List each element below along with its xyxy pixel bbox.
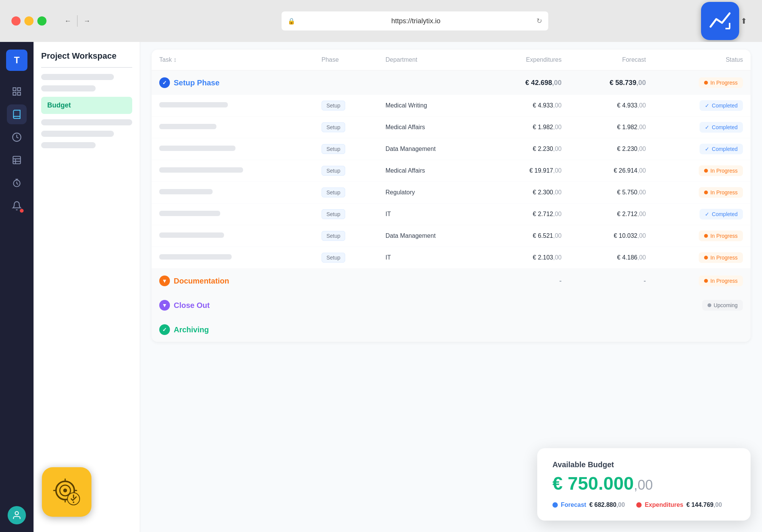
user-avatar[interactable] xyxy=(8,506,26,524)
phase-row[interactable]: ✓ Setup Phase € 42.698,00 € 58.739,00 In… xyxy=(152,71,751,95)
svg-rect-2 xyxy=(13,88,16,91)
address-bar[interactable]: 🔒 https://trialytix.io ↻ xyxy=(282,11,548,30)
sidebar-icon-table[interactable] xyxy=(7,150,27,170)
expenditures-legend: Expenditures € 144.769,00 xyxy=(636,502,722,508)
phase-forecast: - xyxy=(569,269,653,293)
task-forecast: € 2.712,00 xyxy=(569,204,653,225)
phase-name: ▼ Documentation xyxy=(159,276,370,286)
task-status-badge: ✓ Completed xyxy=(700,100,743,111)
phase-link[interactable]: Setup Phase xyxy=(174,79,219,87)
main-content: Task ↕ Phase Department Expenditures For… xyxy=(140,42,762,532)
forecast-legend: Forecast € 682.880,00 xyxy=(552,502,625,508)
budget-popup-title: Available Budget xyxy=(552,460,735,469)
notification-dot xyxy=(20,209,24,213)
phase-row[interactable]: ✓ Archiving xyxy=(152,317,751,342)
task-phase-badge: Setup xyxy=(314,204,378,225)
task-forecast: € 1.982,00 xyxy=(569,117,653,138)
phase-dept xyxy=(378,71,485,95)
sidebar-icon-timer[interactable] xyxy=(7,173,27,193)
task-department: IT xyxy=(378,204,485,225)
phase-name: ✓ Setup Phase xyxy=(159,77,370,88)
phase-status-badge: In Progress xyxy=(699,77,743,88)
nav-divider xyxy=(77,15,78,27)
refresh-icon[interactable]: ↻ xyxy=(536,17,542,25)
task-phase-badge: Setup xyxy=(314,182,378,204)
task-phase-badge: Setup xyxy=(314,138,378,160)
task-status: In Progress xyxy=(653,247,751,269)
nav-placeholder-2[interactable] xyxy=(41,85,96,91)
task-phase-badge: Setup xyxy=(314,160,378,182)
sidebar-icon-book[interactable] xyxy=(7,104,27,124)
task-name xyxy=(152,182,314,204)
task-forecast: € 4.933,00 xyxy=(569,95,653,117)
table-row[interactable]: Setup IT € 2.712,00 € 2.712,00 ✓ Complet… xyxy=(152,204,751,225)
expenditures-amount: € 144.769,00 xyxy=(687,502,722,508)
sidebar-icon-clock[interactable] xyxy=(7,127,27,147)
phase-dept xyxy=(378,317,485,342)
phase-forecast: € 58.739,00 xyxy=(569,71,653,95)
phase-link[interactable]: Archiving xyxy=(174,325,209,334)
phase-forecast xyxy=(569,317,653,342)
task-name xyxy=(152,160,314,182)
minimize-button[interactable] xyxy=(24,16,34,26)
task-status-badge: In Progress xyxy=(699,165,743,176)
task-status: In Progress xyxy=(653,182,751,204)
icon-sidebar: T xyxy=(0,42,34,532)
url-text: https://trialytix.io xyxy=(299,17,533,25)
traffic-lights xyxy=(11,16,46,26)
table-row[interactable]: Setup Medical Affairs € 1.982,00 € 1.982… xyxy=(152,117,751,138)
col-dept: Department xyxy=(378,50,485,71)
yellow-app-icon[interactable] xyxy=(42,467,91,517)
expenditures-dot xyxy=(636,502,642,508)
sidebar-icon-dashboard[interactable] xyxy=(7,82,27,101)
table-row[interactable]: Setup Medical Affairs € 19.917,00 € 26.9… xyxy=(152,160,751,182)
phase-row[interactable]: ▼ Documentation - - In Progress xyxy=(152,269,751,293)
table-row[interactable]: Setup Regulatory € 2.300,00 € 5.750,00 I… xyxy=(152,182,751,204)
nav-arrows: ← → xyxy=(62,15,93,27)
table-row[interactable]: Setup IT € 2.103,00 € 4.186,00 In Progre… xyxy=(152,247,751,269)
svg-point-15 xyxy=(63,489,67,492)
main-area: T xyxy=(0,42,762,532)
task-name xyxy=(152,117,314,138)
task-status: In Progress xyxy=(653,160,751,182)
nav-placeholder-4[interactable] xyxy=(41,131,114,137)
sidebar-icon-bell[interactable] xyxy=(7,196,27,216)
nav-placeholder-1[interactable] xyxy=(41,74,114,80)
nav-budget-item[interactable]: Budget xyxy=(41,97,132,114)
nav-placeholder-3[interactable] xyxy=(41,119,132,125)
phase-dept xyxy=(378,293,485,317)
forward-button[interactable]: → xyxy=(81,15,93,27)
budget-legend: Forecast € 682.880,00 Expenditures € 144… xyxy=(552,502,735,508)
table-row[interactable]: Setup Medical Writing € 4.933,00 € 4.933… xyxy=(152,95,751,117)
phase-dept xyxy=(378,269,485,293)
svg-rect-4 xyxy=(13,92,16,95)
task-expenditures: € 2.712,00 xyxy=(485,204,569,225)
task-name xyxy=(152,95,314,117)
forecast-dot xyxy=(552,502,558,508)
phase-icon: ✓ xyxy=(159,77,170,88)
phase-link[interactable]: Close Out xyxy=(174,301,210,310)
budget-table: Task ↕ Phase Department Expenditures For… xyxy=(152,50,751,342)
task-status: ✓ Completed xyxy=(653,117,751,138)
euro-symbol: € xyxy=(552,473,563,494)
close-button[interactable] xyxy=(11,16,21,26)
task-status-badge: In Progress xyxy=(699,252,743,263)
phase-link[interactable]: Documentation xyxy=(174,277,229,285)
task-forecast: € 4.186,00 xyxy=(569,247,653,269)
phase-icon: ▼ xyxy=(159,276,170,286)
table-row[interactable]: Setup Data Management € 2.230,00 € 2.230… xyxy=(152,138,751,160)
task-name xyxy=(152,138,314,160)
col-task[interactable]: Task ↕ xyxy=(152,50,314,71)
task-status: ✓ Completed xyxy=(653,204,751,225)
maximize-button[interactable] xyxy=(37,16,46,26)
task-department: IT xyxy=(378,247,485,269)
nav-placeholder-5[interactable] xyxy=(41,142,96,148)
task-phase-badge: Setup xyxy=(314,225,378,247)
table-row[interactable]: Setup Data Management € 6.521,00 € 10.03… xyxy=(152,225,751,247)
phase-row[interactable]: ▼ Close Out Upcoming xyxy=(152,293,751,317)
task-expenditures: € 1.982,00 xyxy=(485,117,569,138)
task-forecast: € 10.032,00 xyxy=(569,225,653,247)
back-button[interactable]: ← xyxy=(62,15,74,27)
phase-status-badge: In Progress xyxy=(699,276,743,286)
col-phase: Phase xyxy=(314,50,378,71)
